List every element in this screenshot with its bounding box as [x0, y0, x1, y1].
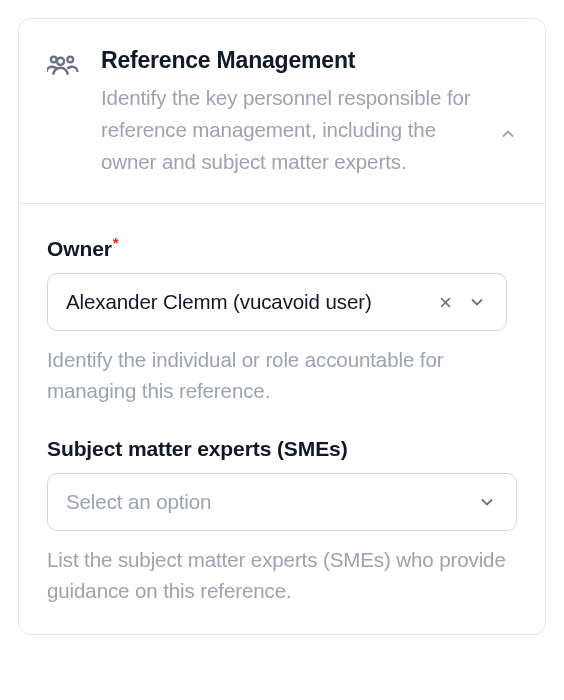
close-icon: [438, 295, 453, 310]
chevron-down-icon: [477, 492, 497, 512]
owner-dropdown-arrow: [466, 291, 488, 313]
chevron-up-icon: [498, 124, 518, 144]
card-title: Reference Management: [101, 47, 479, 74]
svg-point-2: [51, 57, 57, 63]
chevron-down-icon: [467, 292, 487, 312]
people-icon: [47, 49, 83, 85]
card-description: Identify the key personnel responsible f…: [101, 82, 479, 177]
owner-form-group: Owner* Alexander Clemm (vucavoid user) I…: [47, 234, 517, 407]
card-body: Owner* Alexander Clemm (vucavoid user) I…: [19, 204, 545, 634]
svg-point-1: [67, 57, 73, 63]
collapse-toggle[interactable]: [493, 119, 523, 149]
owner-label-text: Owner: [47, 237, 112, 260]
smes-label: Subject matter experts (SMEs): [47, 437, 517, 461]
card-header: Reference Management Identify the key pe…: [19, 19, 545, 204]
reference-management-card: Reference Management Identify the key pe…: [18, 18, 546, 635]
smes-help-text: List the subject matter experts (SMEs) w…: [47, 545, 517, 607]
owner-select[interactable]: Alexander Clemm (vucavoid user): [47, 273, 507, 331]
smes-select[interactable]: Select an option: [47, 473, 517, 531]
smes-form-group: Subject matter experts (SMEs) Select an …: [47, 437, 517, 607]
svg-point-0: [57, 58, 64, 65]
owner-help-text: Identify the individual or role accounta…: [47, 345, 517, 407]
required-asterisk: *: [113, 234, 119, 251]
owner-clear-button[interactable]: [436, 293, 454, 311]
smes-dropdown-arrow: [476, 491, 498, 513]
header-text: Reference Management Identify the key pe…: [101, 47, 517, 177]
owner-select-value: Alexander Clemm (vucavoid user): [66, 290, 424, 314]
owner-label: Owner*: [47, 234, 517, 261]
smes-select-placeholder: Select an option: [66, 490, 464, 514]
